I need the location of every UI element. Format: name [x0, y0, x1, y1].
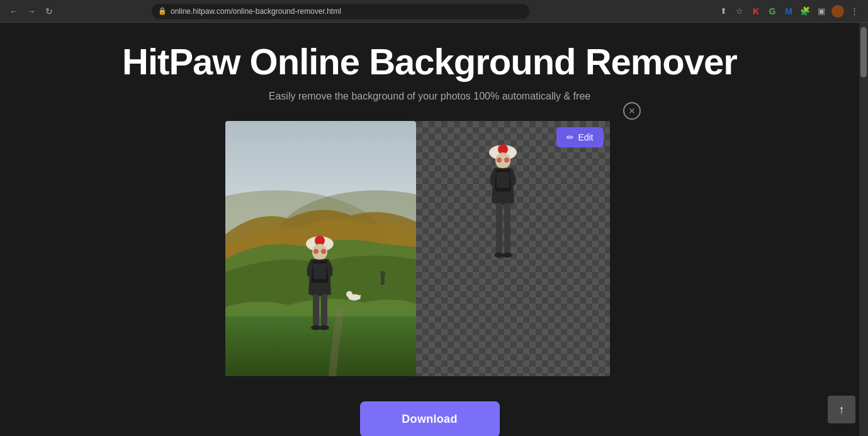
reload-button[interactable]: ↻ — [43, 5, 55, 18]
svg-rect-27 — [496, 203, 502, 253]
svg-point-7 — [313, 249, 318, 254]
svg-point-30 — [502, 253, 512, 258]
puzzle-icon[interactable]: 🧩 — [799, 5, 811, 18]
original-image — [225, 121, 416, 376]
result-person-svg — [416, 121, 610, 376]
scroll-to-top-button[interactable]: ↑ — [828, 396, 855, 423]
images-wrapper: ✕ — [225, 121, 634, 376]
close-button[interactable]: ✕ — [623, 102, 641, 120]
forward-button[interactable]: → — [25, 5, 38, 18]
download-button-container: Download — [360, 401, 500, 436]
original-photo-svg — [225, 121, 416, 376]
scrollbar[interactable] — [859, 23, 868, 436]
edit-icon: ✏ — [566, 132, 574, 142]
svg-point-19 — [380, 271, 385, 276]
bookmark-icon[interactable]: ☆ — [733, 5, 746, 18]
svg-rect-26 — [497, 172, 509, 188]
edit-button[interactable]: ✏ Edit — [556, 127, 603, 147]
svg-rect-12 — [321, 294, 327, 326]
browser-actions: ⬆ ☆ K G M 🧩 ▣ ⋮ — [717, 5, 860, 18]
layout-icon[interactable]: ▣ — [815, 5, 828, 18]
svg-point-23 — [497, 158, 502, 163]
download-button[interactable]: Download — [360, 401, 500, 436]
close-icon: ✕ — [628, 106, 636, 116]
back-button[interactable]: ← — [8, 5, 20, 18]
lock-icon: 🔒 — [158, 7, 167, 15]
svg-point-8 — [321, 249, 326, 254]
profile-m-icon[interactable]: M — [782, 5, 795, 18]
browser-toolbar: ← → ↻ 🔒 online.hitpaw.com/online-backgro… — [0, 0, 868, 23]
scrollbar-thumb[interactable] — [860, 27, 867, 77]
page-content: HitPaw Online Background Remover Easily … — [0, 23, 859, 436]
address-bar[interactable]: 🔒 online.hitpaw.com/online-background-re… — [152, 4, 529, 19]
arrow-up-icon: ↑ — [839, 403, 845, 416]
extension-k-icon[interactable]: K — [750, 5, 762, 18]
page-title: HitPaw Online Background Remover — [122, 42, 737, 82]
page-subtitle: Easily remove the background of your pho… — [269, 91, 590, 102]
svg-rect-28 — [504, 203, 510, 253]
result-image: ✏ Edit — [416, 121, 610, 376]
menu-icon[interactable]: ⋮ — [848, 5, 860, 18]
svg-rect-18 — [381, 275, 385, 285]
user-avatar-icon[interactable] — [831, 5, 844, 18]
svg-point-24 — [504, 158, 509, 163]
svg-rect-11 — [313, 294, 319, 326]
svg-rect-3 — [225, 307, 416, 376]
url-text: online.hitpaw.com/online-background-remo… — [171, 7, 341, 16]
svg-point-16 — [346, 291, 352, 297]
images-container: ✏ Edit — [225, 121, 634, 376]
svg-point-14 — [319, 325, 329, 330]
profile-g-icon[interactable]: G — [766, 5, 779, 18]
share-icon[interactable]: ⬆ — [717, 5, 730, 18]
svg-rect-10 — [313, 263, 326, 279]
